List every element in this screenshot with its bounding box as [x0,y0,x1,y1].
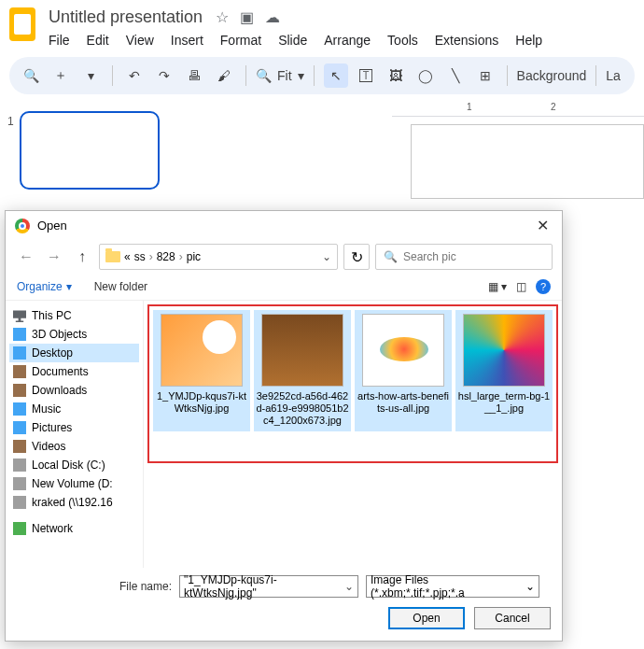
dropdown-icon[interactable]: ▾ [78,63,103,88]
tree-pictures[interactable]: Pictures [9,418,139,437]
help-icon[interactable]: ? [536,279,551,294]
menu-file[interactable]: File [49,33,70,48]
menu-tools[interactable]: Tools [387,33,418,48]
textbox-tool[interactable]: 🅃 [354,63,378,88]
background-button[interactable]: Background [517,68,587,83]
chevron-down-icon[interactable]: ⌄ [525,580,535,593]
breadcrumb[interactable]: « ss › 828 › pic ⌄ [99,244,338,270]
file-thumbnail [362,314,444,387]
chevron-right-icon: › [179,250,183,263]
star-icon[interactable]: ☆ [216,8,229,26]
refresh-button[interactable]: ↻ [343,244,370,270]
move-icon[interactable]: ▣ [240,8,254,26]
tree-network[interactable]: Network [9,519,139,538]
filename-label: File name: [119,580,172,593]
menubar: File Edit View Insert Format Slide Arran… [49,33,542,48]
search-icon[interactable]: 🔍 [19,63,43,88]
tree-videos[interactable]: Videos [9,437,139,456]
search-icon: 🔍 [384,250,398,263]
shape-tool[interactable]: ◯ [413,63,438,88]
chevron-down-icon[interactable]: ⌄ [322,250,331,263]
menu-arrange[interactable]: Arrange [324,33,371,48]
slide-canvas[interactable] [411,124,644,199]
file-list: 1_YMJDp-kqus7i-ktWtksNjg.jpg 3e9252cd-a5… [144,301,562,568]
zoom-icon[interactable]: 🔍 [256,68,272,83]
tree-kraked[interactable]: kraked (\\192.16 [9,493,139,512]
menu-extensions[interactable]: Extensions [435,33,498,48]
ruler-tick: 2 [551,102,556,112]
menu-help[interactable]: Help [515,33,542,48]
search-input[interactable]: 🔍 Search pic [375,244,553,270]
tree-downloads[interactable]: Downloads [9,381,139,400]
slides-header: Untitled presentation ☆ ▣ ☁ File Edit Vi… [0,0,644,51]
select-tool[interactable]: ↖ [324,63,348,88]
file-open-dialog: Open ✕ ← → ↑ « ss › 828 › pic ⌄ ↻ 🔍 Sear… [5,210,563,642]
file-type-filter[interactable]: Image Files (*.xbm;*.tif;*.pjp;*.a⌄ [366,575,539,598]
menu-view[interactable]: View [126,33,154,48]
line-tool[interactable]: ╲ [443,63,468,88]
back-button[interactable]: ← [15,246,37,268]
bc-item[interactable]: 828 [157,250,175,263]
comment-tool[interactable]: ⊞ [473,63,497,88]
organize-button[interactable]: Organize▾ [17,280,72,293]
tree-desktop[interactable]: Desktop [9,344,139,362]
file-thumbnail [161,314,243,387]
search-placeholder: Search pic [403,250,456,263]
zoom-dropdown-icon[interactable]: ▾ [298,68,304,83]
up-button[interactable]: ↑ [71,246,93,268]
tree-this-pc[interactable]: This PC [9,306,139,325]
cancel-button[interactable]: Cancel [474,607,551,629]
toolbar: 🔍 ＋ ▾ ↶ ↷ 🖶 🖌 🔍 Fit ▾ ↖ 🅃 🖼 ◯ ╲ ⊞ Backgr… [9,57,635,94]
zoom-level[interactable]: Fit [277,68,292,83]
new-folder-button[interactable]: New folder [94,280,147,293]
cloud-icon[interactable]: ☁ [265,8,280,26]
chrome-icon [15,219,30,233]
close-button[interactable]: ✕ [533,217,553,234]
tree-music[interactable]: Music [9,400,139,418]
folder-icon [105,251,120,262]
ruler: 1 2 [392,100,644,117]
chevron-right-icon: › [149,250,153,263]
ruler-tick: 1 [467,102,472,112]
slide-thumbnail[interactable] [20,111,160,190]
slides-logo-icon [9,7,35,41]
slide-number: 1 [7,115,14,190]
chevron-down-icon[interactable]: ⌄ [344,580,354,593]
tree-documents[interactable]: Documents [9,362,139,381]
doc-title[interactable]: Untitled presentation [49,7,203,27]
bc-root[interactable]: « [124,250,131,263]
view-mode-button[interactable]: ▦ ▾ [488,280,507,293]
paint-format-button[interactable]: 🖌 [212,63,236,88]
image-tool[interactable]: 🖼 [384,63,408,88]
redo-button[interactable]: ↷ [152,63,176,88]
menu-edit[interactable]: Edit [87,33,109,48]
open-button[interactable]: Open [388,607,465,629]
bc-item[interactable]: pic [187,250,201,263]
tree-3d-objects[interactable]: 3D Objects [9,325,139,344]
slide-thumbnail-panel: 1 [0,100,187,201]
menu-slide[interactable]: Slide [278,33,307,48]
print-button[interactable]: 🖶 [182,63,206,88]
folder-tree: This PC 3D Objects Desktop Documents Dow… [6,301,144,568]
preview-pane-button[interactable]: ◫ [516,280,526,293]
menu-format[interactable]: Format [220,33,261,48]
chevron-down-icon: ▾ [66,280,72,293]
new-slide-button[interactable]: ＋ [49,63,73,88]
filename-input[interactable]: "1_YMJDp-kqus7i-ktWtksNjg.jpg"⌄ [179,575,358,598]
dialog-title: Open [37,219,67,233]
bc-item[interactable]: ss [134,250,146,263]
undo-button[interactable]: ↶ [122,63,147,88]
forward-button[interactable]: → [43,246,65,268]
menu-insert[interactable]: Insert [171,33,203,48]
layout-button[interactable]: La [606,68,621,83]
tree-local-disk[interactable]: Local Disk (C:) [9,456,139,474]
tree-new-volume[interactable]: New Volume (D: [9,474,139,493]
